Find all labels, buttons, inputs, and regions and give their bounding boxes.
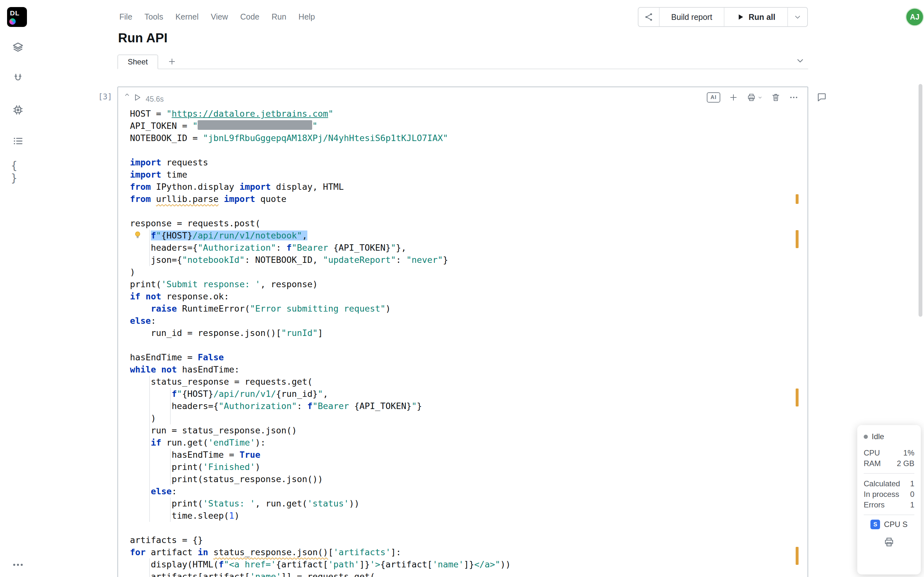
- build-report-button[interactable]: Build report: [660, 8, 724, 26]
- code-line[interactable]: headers={"Authorization": f"Bearer {API_…: [130, 242, 806, 254]
- plus-icon: [729, 93, 738, 102]
- print-button[interactable]: [864, 536, 914, 548]
- code-line[interactable]: time.sleep(1): [130, 510, 806, 522]
- indent-guide: [149, 558, 150, 577]
- sidebar-item-environment[interactable]: [11, 103, 25, 117]
- delete-cell-button[interactable]: [771, 93, 780, 102]
- metric-row-ram: RAM 2 GB: [864, 458, 914, 469]
- menu-item-run[interactable]: Run: [271, 12, 286, 21]
- code-line[interactable]: print('Status: ', run.get('status')): [130, 498, 806, 510]
- menu-item-tools[interactable]: Tools: [144, 12, 163, 21]
- code-line[interactable]: import requests: [130, 156, 806, 169]
- sheets-expand-button[interactable]: [795, 56, 805, 65]
- cell-collapse-handle[interactable]: [123, 91, 131, 99]
- inspection-marker[interactable]: [796, 194, 798, 204]
- code-line[interactable]: run = status_response.json(): [130, 424, 806, 437]
- sidebar-item-variables[interactable]: { }: [11, 165, 25, 179]
- code-line[interactable]: artifacts[artifact['name']] = requests.g…: [130, 571, 806, 577]
- code-line[interactable]: ): [130, 412, 806, 424]
- share-icon: [644, 12, 654, 22]
- braces-icon: { }: [11, 159, 25, 184]
- code-line[interactable]: [130, 144, 806, 156]
- run-options-dropdown[interactable]: [788, 8, 807, 26]
- code-line[interactable]: [130, 339, 806, 351]
- tab-sheet[interactable]: Sheet: [118, 55, 158, 69]
- layers-icon: [11, 41, 24, 54]
- code-line[interactable]: [130, 522, 806, 534]
- panel-divider: [864, 473, 914, 474]
- cell-more-button[interactable]: [789, 93, 798, 102]
- ai-assistant-button[interactable]: AI: [707, 92, 720, 103]
- code-line[interactable]: else:: [130, 485, 806, 498]
- cell-comment-button[interactable]: [816, 92, 827, 103]
- share-button[interactable]: [638, 8, 659, 26]
- code-line[interactable]: response = requests.post(: [130, 218, 806, 229]
- code-line[interactable]: HOST = "https://datalore.jetbrains.com": [130, 108, 806, 120]
- code-editor[interactable]: HOST = "https://datalore.jetbrains.com"A…: [118, 105, 806, 577]
- code-line[interactable]: f"{HOST}/api/run/v1/notebook",: [130, 229, 806, 242]
- code-line[interactable]: print('Finished'): [130, 461, 806, 473]
- menu-item-view[interactable]: View: [211, 12, 228, 21]
- code-line[interactable]: hasEndTime = False: [130, 351, 806, 364]
- inspection-marker[interactable]: [796, 230, 798, 248]
- code-line[interactable]: while not hasEndTime:: [130, 364, 806, 376]
- code-line[interactable]: else:: [130, 315, 806, 327]
- code-line[interactable]: ): [130, 266, 806, 278]
- code-line[interactable]: for artifact in status_response.json()['…: [130, 546, 806, 558]
- user-avatar[interactable]: AJ: [905, 8, 924, 26]
- machine-type[interactable]: S CPU S: [864, 520, 914, 529]
- logo-text: DL: [10, 9, 19, 17]
- code-line[interactable]: NOTEBOOK_ID = "jbnL9fRbuGggepqAM18XPj/N4…: [130, 132, 806, 144]
- datalore-logo[interactable]: DL: [7, 7, 27, 27]
- add-cell-button[interactable]: [729, 93, 738, 102]
- code-line[interactable]: hasEndTime = True: [130, 449, 806, 461]
- cell-runtime: 45.6s: [145, 95, 164, 103]
- code-line[interactable]: from urllib.parse import quote: [130, 193, 806, 205]
- code-line[interactable]: f"{HOST}/api/run/v1/{run_id}",: [130, 388, 806, 400]
- cell-run-button[interactable]: [133, 93, 142, 102]
- scrollbar-thumb[interactable]: [919, 84, 922, 317]
- code-line[interactable]: if not response.ok:: [130, 290, 806, 303]
- code-line[interactable]: print('Submit response: ', response): [130, 278, 806, 290]
- cell-output-options-button[interactable]: [746, 93, 762, 102]
- code-line[interactable]: if run.get('endTime'):: [130, 437, 806, 449]
- code-line[interactable]: print(status_response.json()): [130, 473, 806, 485]
- code-line[interactable]: run_id = response.json()["runId"]: [130, 327, 806, 339]
- quick-fix-lightbulb-icon[interactable]: [133, 230, 142, 240]
- sidebar-item-outline[interactable]: [11, 134, 25, 148]
- code-line[interactable]: from IPython.display import display, HTM…: [130, 181, 806, 193]
- ellipsis-icon: [11, 558, 24, 571]
- trash-icon: [771, 93, 780, 102]
- add-sheet-button[interactable]: [165, 55, 179, 68]
- code-line[interactable]: headers={"Authorization": f"Bearer {API_…: [130, 400, 806, 412]
- magnet-icon: [11, 72, 24, 85]
- menu-item-file[interactable]: File: [120, 12, 132, 21]
- code-line[interactable]: display(HTML(f"<a href='{artifact['path'…: [130, 558, 806, 571]
- sidebar-more-button[interactable]: [11, 558, 24, 571]
- logo-gradient-dot: [9, 18, 16, 25]
- code-line[interactable]: raise RuntimeError("Error submitting req…: [130, 303, 806, 315]
- chevron-up-icon: [123, 91, 131, 99]
- code-line[interactable]: artifacts = {}: [130, 534, 806, 546]
- run-all-label: Run all: [748, 13, 775, 22]
- play-outline-icon: [133, 93, 142, 102]
- sidebar: DL { }: [0, 0, 36, 577]
- inspection-marker[interactable]: [796, 547, 798, 565]
- code-line[interactable]: json={"notebookId": NOTEBOOK_ID, "update…: [130, 254, 806, 266]
- code-line[interactable]: status_response = requests.get(: [130, 376, 806, 388]
- menu-item-kernel[interactable]: Kernel: [176, 12, 199, 21]
- menu-item-code[interactable]: Code: [240, 12, 260, 21]
- chevron-down-icon: [758, 95, 762, 100]
- code-line[interactable]: API_TOKEN = "": [130, 120, 806, 132]
- printer-icon: [883, 536, 895, 548]
- indent-guide: [170, 449, 171, 485]
- code-line[interactable]: import time: [130, 169, 806, 181]
- sidebar-item-attached-data[interactable]: [11, 71, 25, 85]
- code-line[interactable]: [130, 205, 806, 218]
- indent-guide: [149, 376, 150, 522]
- inspection-marker[interactable]: [796, 388, 798, 406]
- plus-icon: [168, 57, 176, 66]
- menu-item-help[interactable]: Help: [298, 12, 315, 21]
- sidebar-item-notebooks[interactable]: [11, 40, 25, 55]
- run-all-button[interactable]: Run all: [724, 8, 787, 26]
